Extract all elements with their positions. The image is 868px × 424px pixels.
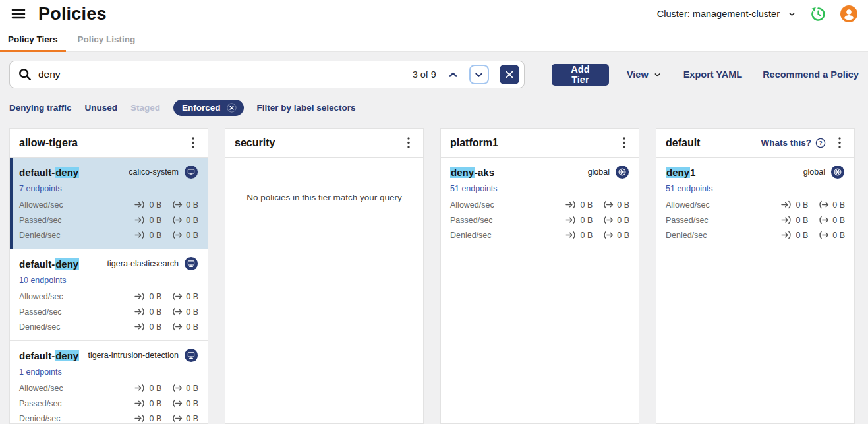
ingress-value: 0 B bbox=[149, 307, 161, 317]
policy-name: default-deny bbox=[19, 258, 79, 270]
endpoints-link[interactable]: 1 endpoints bbox=[19, 367, 62, 377]
policy-scope-label: tigera-elasticsearch bbox=[107, 259, 179, 268]
policy-card[interactable]: default-deny tigera-intrusion-detection … bbox=[10, 341, 208, 424]
filter-enforced[interactable]: Enforced bbox=[173, 100, 244, 116]
global-icon bbox=[830, 165, 845, 179]
egress-value: 0 B bbox=[186, 200, 198, 210]
toolbar: 3 of 9 Add Tier View Export YAML Recomme… bbox=[9, 61, 859, 88]
hamburger-menu-icon[interactable] bbox=[11, 6, 26, 22]
ingress-value: 0 B bbox=[149, 399, 161, 408]
metric-row: Passed/sec 0 B 0 B bbox=[666, 215, 845, 225]
metric-label: Denied/sec bbox=[450, 231, 492, 240]
tab-label: Policy Tiers bbox=[8, 34, 58, 44]
tier-body: deny-aks global 51 endpoints Allowed/sec bbox=[441, 158, 639, 249]
tier-name: security bbox=[235, 137, 275, 149]
tier-name: platform1 bbox=[450, 137, 498, 149]
tab-policy-listing[interactable]: Policy Listing bbox=[70, 28, 144, 52]
egress-value: 0 B bbox=[186, 384, 198, 393]
ingress-value: 0 B bbox=[149, 384, 161, 393]
ingress-traffic-icon bbox=[781, 200, 792, 210]
egress-traffic-icon bbox=[602, 215, 614, 225]
tier-name: default bbox=[666, 137, 700, 149]
policy-metrics: Allowed/sec 0 B 0 B Passed/sec 0 B 0 B bbox=[666, 200, 845, 240]
egress-value: 0 B bbox=[617, 231, 629, 240]
recommend-policy-button[interactable]: Recommend a Policy bbox=[763, 69, 859, 80]
egress-traffic-icon bbox=[171, 230, 183, 240]
tier-header: platform1 bbox=[441, 129, 639, 158]
egress-value: 0 B bbox=[186, 322, 198, 332]
policy-card[interactable]: default-deny tigera-elasticsearch 10 end… bbox=[10, 249, 208, 341]
policy-card[interactable]: default-deny calico-system 7 endpoints A… bbox=[10, 158, 208, 249]
metric-row: Passed/sec 0 B 0 B bbox=[19, 307, 198, 317]
cluster-selector[interactable]: Cluster: management-cluster bbox=[657, 9, 796, 19]
global-icon bbox=[615, 165, 629, 179]
kebab-menu-icon[interactable] bbox=[834, 137, 845, 149]
filter-by-label-selectors[interactable]: Filter by label selectors bbox=[257, 103, 356, 113]
tier-header: allow-tigera bbox=[10, 129, 208, 158]
metric-label: Allowed/sec bbox=[450, 200, 494, 210]
view-dropdown[interactable]: View bbox=[627, 69, 662, 80]
metric-row: Allowed/sec 0 B 0 B bbox=[19, 200, 198, 210]
clear-search-button[interactable] bbox=[500, 65, 519, 84]
egress-value: 0 B bbox=[832, 216, 845, 225]
metric-label: Passed/sec bbox=[19, 307, 62, 317]
ingress-traffic-icon bbox=[565, 230, 577, 240]
ingress-value: 0 B bbox=[580, 200, 593, 210]
endpoints-link[interactable]: 51 endpoints bbox=[666, 184, 713, 193]
ingress-value: 0 B bbox=[149, 200, 161, 210]
filter-row: Denying traffic Unused Staged Enforced F… bbox=[9, 100, 859, 116]
whats-this-label: Whats this? bbox=[761, 138, 812, 148]
metric-label: Allowed/sec bbox=[19, 384, 63, 393]
kebab-menu-icon[interactable] bbox=[619, 137, 629, 149]
ingress-traffic-icon bbox=[134, 398, 146, 408]
namespace-icon bbox=[184, 348, 198, 363]
endpoints-link[interactable]: 7 endpoints bbox=[19, 184, 62, 193]
policy-name: default-deny bbox=[19, 167, 79, 178]
policy-card[interactable]: deny1 global 51 endpoints Allowed/sec bbox=[656, 158, 854, 249]
tier-column: security No policies in this tier match … bbox=[225, 128, 424, 424]
ingress-value: 0 B bbox=[149, 231, 161, 240]
filter-unused[interactable]: Unused bbox=[85, 103, 118, 113]
egress-traffic-icon bbox=[171, 383, 183, 393]
content-area: 3 of 9 Add Tier View Export YAML Recomme… bbox=[0, 52, 868, 424]
filter-denying-traffic[interactable]: Denying traffic bbox=[9, 103, 72, 113]
add-tier-button[interactable]: Add Tier bbox=[552, 64, 609, 86]
kebab-menu-icon[interactable] bbox=[188, 137, 198, 149]
egress-value: 0 B bbox=[617, 200, 629, 210]
ingress-value: 0 B bbox=[149, 216, 161, 225]
chevron-down-icon bbox=[653, 71, 662, 79]
user-avatar-icon[interactable] bbox=[840, 5, 857, 22]
filter-staged[interactable]: Staged bbox=[130, 103, 160, 113]
search-input[interactable] bbox=[38, 69, 407, 80]
metric-row: Allowed/sec 0 B 0 B bbox=[19, 383, 198, 393]
egress-value: 0 B bbox=[186, 414, 198, 423]
whats-this-link[interactable]: Whats this? ? bbox=[761, 138, 826, 148]
ingress-traffic-icon bbox=[134, 291, 146, 301]
metric-row: Denied/sec 0 B 0 B bbox=[450, 230, 629, 240]
tab-policy-tiers[interactable]: Policy Tiers bbox=[0, 28, 66, 52]
egress-value: 0 B bbox=[186, 216, 198, 225]
egress-value: 0 B bbox=[186, 231, 198, 240]
policy-card[interactable]: deny-aks global 51 endpoints Allowed/sec bbox=[441, 158, 639, 249]
metric-label: Passed/sec bbox=[666, 216, 709, 225]
endpoints-link[interactable]: 51 endpoints bbox=[450, 184, 498, 193]
egress-traffic-icon bbox=[818, 215, 829, 225]
history-icon[interactable] bbox=[809, 5, 827, 23]
app-header: Policies Cluster: management-cluster bbox=[0, 0, 868, 28]
policy-metrics: Allowed/sec 0 B 0 B Passed/sec 0 B 0 B bbox=[19, 200, 198, 240]
metric-label: Denied/sec bbox=[19, 322, 61, 332]
export-yaml-button[interactable]: Export YAML bbox=[683, 69, 742, 80]
next-match-button[interactable] bbox=[469, 65, 489, 84]
policy-metrics: Allowed/sec 0 B 0 B Passed/sec 0 B 0 B bbox=[450, 200, 629, 240]
metric-row: Passed/sec 0 B 0 B bbox=[19, 215, 198, 225]
tier-body: No policies in this tier match your quer… bbox=[225, 158, 423, 237]
kebab-menu-icon[interactable] bbox=[403, 137, 414, 149]
ingress-traffic-icon bbox=[781, 230, 792, 240]
endpoints-link[interactable]: 10 endpoints bbox=[19, 276, 67, 285]
remove-filter-icon[interactable] bbox=[227, 103, 237, 113]
ingress-traffic-icon bbox=[134, 215, 146, 225]
ingress-traffic-icon bbox=[565, 215, 577, 225]
previous-match-button[interactable] bbox=[445, 66, 462, 83]
egress-traffic-icon bbox=[602, 200, 614, 210]
egress-value: 0 B bbox=[617, 216, 629, 225]
